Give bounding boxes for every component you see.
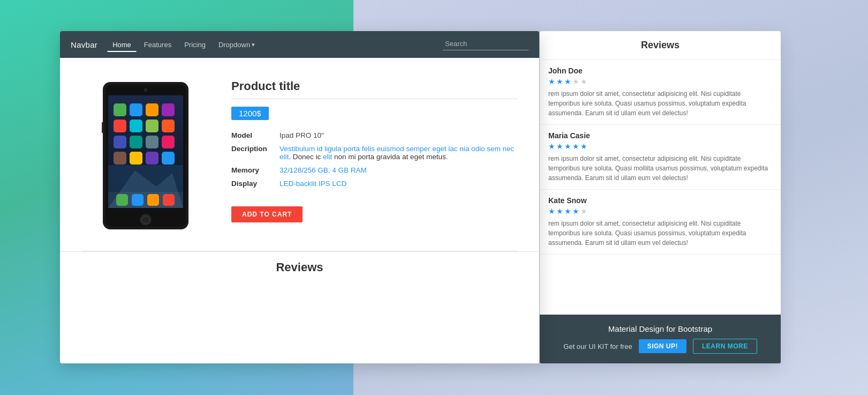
spec-row-model: Model Ipad PRO 10" <box>231 129 518 142</box>
product-section: Product title 1200$ Model Ipad PRO 10" D… <box>60 58 539 251</box>
footer-cta: Material Design for Bootstrap Get our UI… <box>540 315 781 363</box>
svg-rect-14 <box>146 136 158 148</box>
svg-rect-23 <box>116 194 128 206</box>
svg-rect-30 <box>102 122 103 133</box>
search-area <box>443 39 529 50</box>
svg-rect-9 <box>130 120 142 132</box>
star-icon: ★ <box>580 142 587 151</box>
svg-rect-10 <box>146 120 158 132</box>
footer-area: Material Design for Bootstrap Get our UI… <box>540 352 781 363</box>
svg-rect-19 <box>162 152 175 165</box>
price-badge: 1200$ <box>231 107 269 120</box>
product-details: Product title 1200$ Model Ipad PRO 10" D… <box>231 74 518 222</box>
navbar-brand: Navbar <box>71 40 97 49</box>
product-image-area <box>81 74 210 240</box>
footer-signup-button[interactable]: SIGN UP! <box>639 339 686 353</box>
review-item: Kate Snow★★★★★rem ipsum dolor sit amet, … <box>540 190 781 255</box>
star-icon: ★ <box>556 142 563 151</box>
star-icon: ★ <box>556 207 563 215</box>
spec-value-memory: 32/128/256 GB, 4 GB RAM <box>280 163 518 177</box>
spec-table: Model Ipad PRO 10" Decription Vestibulum… <box>231 129 518 190</box>
svg-point-29 <box>144 88 147 92</box>
reviews-list: John Doe★★★★★rem ipsum dolor sit amet, c… <box>540 60 781 255</box>
spec-label-memory: Memory <box>231 163 280 177</box>
svg-rect-11 <box>162 120 175 132</box>
main-product-card: Navbar Home Features Pricing Dropdown <box>60 31 539 363</box>
star-icon: ★ <box>580 77 587 86</box>
svg-rect-24 <box>132 194 144 206</box>
svg-rect-4 <box>114 103 126 116</box>
reviews-heading: Reviews <box>81 260 518 274</box>
star-icon: ★ <box>564 142 571 151</box>
nav-link-dropdown[interactable]: Dropdown <box>213 38 260 52</box>
star-icon: ★ <box>548 77 555 86</box>
svg-rect-17 <box>130 152 142 165</box>
svg-rect-7 <box>162 103 175 116</box>
product-image <box>87 79 205 235</box>
nav-link-features[interactable]: Features <box>139 38 177 52</box>
review-text: rem ipsum dolor sit amet, consectetur ad… <box>548 89 772 118</box>
star-icon: ★ <box>572 77 579 86</box>
star-icon: ★ <box>564 77 571 86</box>
svg-rect-25 <box>147 194 159 206</box>
svg-rect-15 <box>162 136 175 148</box>
star-rating: ★★★★★ <box>548 142 772 151</box>
navbar: Navbar Home Features Pricing Dropdown <box>60 31 539 58</box>
spec-label-display: Display <box>231 177 280 190</box>
star-icon: ★ <box>580 207 587 215</box>
footer-cta-title: Material Design for Bootstrap <box>608 324 712 333</box>
svg-rect-5 <box>130 103 142 116</box>
star-rating: ★★★★★ <box>548 77 772 86</box>
svg-rect-18 <box>146 152 158 165</box>
search-input[interactable] <box>443 39 529 50</box>
spec-row-description: Decription Vestibulum id ligula porta fe… <box>231 142 518 163</box>
add-to-cart-button[interactable]: ADD TO CART <box>231 206 303 222</box>
spec-row-display: Display LED-backlit IPS LCD <box>231 177 518 190</box>
back-card: Reviews John Doe★★★★★rem ipsum dolor sit… <box>540 31 781 363</box>
star-icon: ★ <box>572 207 579 215</box>
spec-label-description: Decription <box>231 142 280 163</box>
svg-rect-26 <box>163 194 175 206</box>
nav-links: Home Features Pricing Dropdown <box>107 38 443 52</box>
star-icon: ★ <box>572 142 579 151</box>
svg-rect-12 <box>114 136 126 148</box>
review-text: rem ipsum dolor sit amet, consectetur ad… <box>548 219 772 248</box>
reviewer-name: Maria Casie <box>548 131 772 140</box>
review-item: Maria Casie★★★★★rem ipsum dolor sit amet… <box>540 125 781 190</box>
svg-rect-6 <box>146 103 158 116</box>
nav-link-home[interactable]: Home <box>107 38 137 52</box>
footer-get-text: Get our UI KIT for free <box>563 342 632 351</box>
reviewer-name: Kate Snow <box>548 196 772 205</box>
reviews-section: Reviews <box>60 251 539 283</box>
star-icon: ★ <box>548 142 555 151</box>
reviews-section-title: Reviews <box>540 31 781 60</box>
svg-rect-13 <box>130 136 142 148</box>
footer-learn-button[interactable]: LEARN MORE <box>693 339 757 354</box>
star-icon: ★ <box>564 207 571 215</box>
svg-rect-8 <box>114 120 126 132</box>
product-title: Product title <box>231 79 518 93</box>
star-icon: ★ <box>556 77 563 86</box>
star-icon: ★ <box>548 207 555 215</box>
svg-rect-16 <box>114 152 126 165</box>
spec-value-display: LED-backlit IPS LCD <box>280 177 518 190</box>
nav-link-pricing[interactable]: Pricing <box>179 38 211 52</box>
title-divider <box>231 99 518 99</box>
star-rating: ★★★★★ <box>548 207 772 215</box>
review-item: John Doe★★★★★rem ipsum dolor sit amet, c… <box>540 60 781 125</box>
spec-row-memory: Memory 32/128/256 GB, 4 GB RAM <box>231 163 518 177</box>
spec-label-model: Model <box>231 129 280 142</box>
review-text: rem ipsum dolor sit amet, consectetur ad… <box>548 154 772 183</box>
reviewer-name: John Doe <box>548 66 772 75</box>
spec-value-model: Ipad PRO 10" <box>280 129 518 142</box>
spec-value-description: Vestibulum id ligula porta felis euismod… <box>280 142 518 163</box>
